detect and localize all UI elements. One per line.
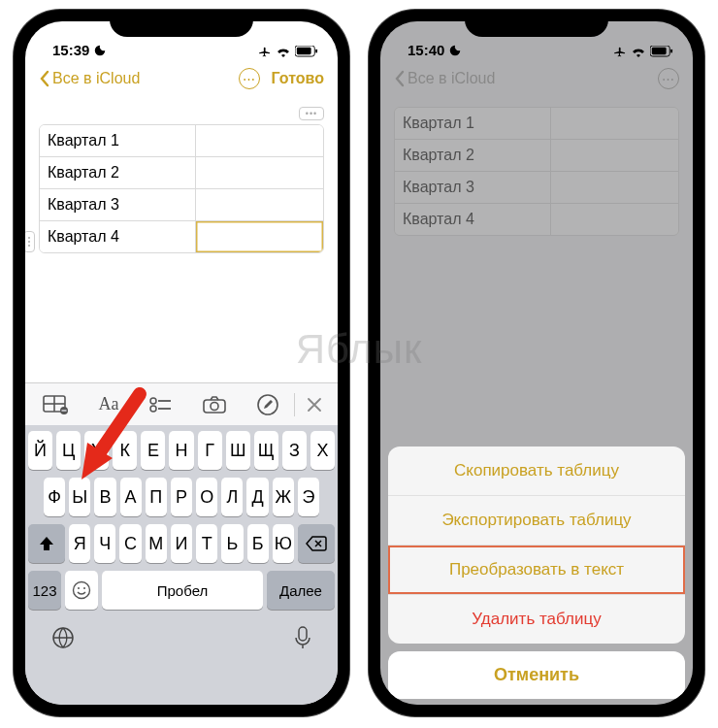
more-menu-button[interactable]: ⋯	[239, 68, 260, 89]
airplane-mode-icon	[258, 45, 272, 58]
next-key[interactable]: Далее	[267, 571, 335, 610]
annotation-arrow-icon	[78, 384, 155, 491]
letter-key[interactable]: Щ	[254, 431, 278, 470]
backspace-key[interactable]	[298, 524, 335, 563]
keyboard-row: 123 Пробел Далее	[28, 571, 335, 610]
shift-key[interactable]	[28, 524, 65, 563]
letter-key[interactable]: Й	[28, 431, 52, 470]
emoji-icon	[72, 580, 91, 600]
table-tool-button[interactable]	[29, 395, 82, 414]
letter-key[interactable]: Д	[246, 478, 268, 516]
sheet-delete-table[interactable]: Удалить таблицу	[388, 595, 685, 644]
camera-button[interactable]	[188, 396, 242, 414]
wifi-icon	[276, 46, 291, 57]
emoji-key[interactable]	[65, 571, 98, 610]
letter-key[interactable]: Х	[310, 431, 335, 470]
letter-key[interactable]: Ш	[226, 431, 250, 470]
letter-key[interactable]: Ю	[273, 524, 294, 563]
letter-key[interactable]: Э	[298, 478, 319, 516]
letter-key[interactable]: Б	[247, 524, 269, 563]
keyboard-row: ФЫВАПРОЛДЖЭ	[28, 478, 335, 516]
chevron-left-icon	[39, 70, 50, 87]
letter-key[interactable]: З	[282, 431, 307, 470]
battery-icon	[295, 46, 318, 57]
letter-key[interactable]: О	[196, 478, 217, 516]
notes-screen-editing: 15:39 Все в iCloud ⋯ Готово	[25, 21, 338, 705]
table-icon	[43, 395, 68, 414]
table-row: Квартал 4	[40, 221, 323, 252]
letter-key[interactable]: Л	[221, 478, 243, 516]
svg-rect-1	[297, 48, 311, 54]
letter-key[interactable]: Я	[69, 524, 90, 563]
letter-key[interactable]: Г	[198, 431, 222, 470]
markup-button[interactable]	[241, 394, 294, 415]
sheet-export-table[interactable]: Экспортировать таблицу	[388, 496, 685, 546]
letter-key[interactable]: Н	[169, 431, 193, 470]
note-table[interactable]: Квартал 1 Квартал 2 Квартал 3 Квартал 4	[39, 124, 324, 253]
notch	[110, 10, 253, 37]
letter-key[interactable]: И	[171, 524, 192, 563]
backspace-icon	[306, 536, 327, 551]
back-button[interactable]: Все в iCloud	[39, 70, 140, 87]
table-row: Квартал 3	[40, 189, 323, 221]
nav-bar: Все в iCloud ⋯ Готово	[25, 60, 338, 97]
pencil-icon	[257, 394, 278, 415]
back-label: Все в iCloud	[52, 70, 140, 87]
do-not-disturb-icon	[93, 44, 107, 57]
svg-rect-19	[299, 627, 307, 641]
svg-point-17	[83, 587, 85, 589]
space-key[interactable]: Пробел	[102, 571, 263, 610]
keyboard[interactable]: ЙЦУКЕНГШЩЗХ ФЫВАПРОЛДЖЭ ЯЧСМИТЬБЮ 123 Пр…	[25, 425, 338, 705]
numeric-key[interactable]: 123	[28, 571, 61, 610]
done-button[interactable]: Готово	[272, 70, 324, 87]
phone-left: 15:39 Все в iCloud ⋯ Готово	[14, 10, 349, 716]
keyboard-toolbar: Aa	[25, 382, 338, 425]
letter-key[interactable]: Ч	[94, 524, 115, 563]
sheet-cancel[interactable]: Отменить	[388, 651, 685, 699]
phone-right: 15:40 Все в iCloud ⋯	[369, 10, 704, 716]
svg-point-16	[78, 587, 80, 589]
shift-icon	[38, 535, 55, 552]
svg-point-13	[211, 402, 218, 410]
mic-icon[interactable]	[294, 626, 311, 649]
svg-rect-2	[315, 50, 317, 53]
table-row: Квартал 1	[40, 125, 323, 157]
letter-key[interactable]: Ж	[273, 478, 294, 516]
keyboard-row: ЙЦУКЕНГШЩЗХ	[28, 431, 335, 470]
table-row: Квартал 2	[40, 157, 323, 189]
camera-icon	[203, 396, 226, 414]
letter-key[interactable]: Ф	[44, 478, 65, 516]
letter-key[interactable]: Ь	[221, 524, 243, 563]
letter-key[interactable]: Т	[196, 524, 217, 563]
table-column-more-icon[interactable]: •••	[299, 107, 324, 120]
note-body[interactable]: ••• Квартал 1 Квартал 2 Квартал 3 Кварта…	[25, 97, 338, 263]
close-keyboard-button[interactable]	[295, 397, 334, 413]
svg-point-15	[74, 582, 90, 599]
sheet-convert-to-text[interactable]: Преобразовать в текст	[388, 546, 685, 595]
letter-key[interactable]: М	[146, 524, 167, 563]
sheet-copy-table[interactable]: Скопировать таблицу	[388, 447, 685, 496]
keyboard-row: ЯЧСМИТЬБЮ	[28, 524, 335, 563]
row-handle-icon[interactable]	[25, 231, 35, 252]
close-icon	[307, 397, 322, 413]
globe-icon[interactable]	[51, 626, 75, 649]
letter-key[interactable]: Р	[171, 478, 192, 516]
notes-screen-actionsheet: 15:40 Все в iCloud ⋯	[380, 21, 693, 705]
svg-rect-7	[62, 410, 67, 412]
status-time: 15:39	[52, 42, 89, 58]
notch	[465, 10, 608, 37]
letter-key[interactable]: С	[119, 524, 141, 563]
action-sheet: Скопировать таблицу Экспортировать табли…	[388, 447, 685, 699]
